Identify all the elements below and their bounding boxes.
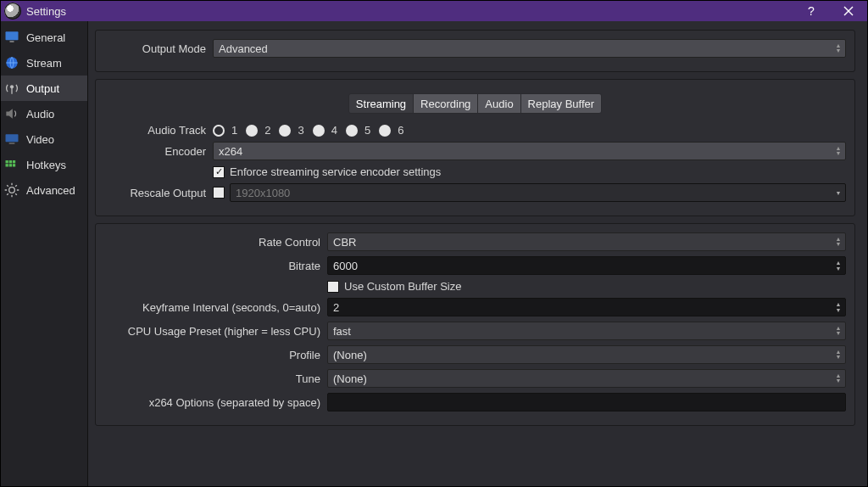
svg-rect-11 bbox=[13, 160, 15, 163]
spinner-icon[interactable]: ▲▼ bbox=[833, 257, 843, 274]
audio-track-radios: 1 2 3 4 5 6 bbox=[213, 124, 403, 137]
sidebar-item-advanced[interactable]: Advanced bbox=[1, 177, 87, 203]
rescale-output-checkbox[interactable] bbox=[213, 187, 225, 199]
dropdown-arrow-icon: ▼ bbox=[833, 184, 843, 201]
output-settings-pane: Output Mode Advanced ▲▼ Streaming Record… bbox=[88, 21, 867, 486]
cpu-preset-value: fast bbox=[333, 325, 351, 338]
profile-value: (None) bbox=[333, 349, 367, 361]
audio-track-label: Audio Track bbox=[104, 124, 213, 137]
select-arrows-icon: ▲▼ bbox=[833, 233, 843, 250]
body: General Stream Output Audio bbox=[1, 21, 867, 486]
svg-rect-10 bbox=[9, 160, 12, 163]
svg-point-5 bbox=[10, 85, 14, 88]
settings-window: Settings ? General Stream bbox=[0, 0, 868, 487]
x264-options-input[interactable] bbox=[327, 393, 846, 411]
broadcast-icon bbox=[3, 79, 21, 98]
select-arrows-icon: ▲▼ bbox=[833, 143, 843, 160]
audio-track-1[interactable]: 1 bbox=[213, 124, 237, 137]
svg-rect-12 bbox=[6, 164, 8, 166]
output-tabs: Streaming Recording Audio Replay Buffer bbox=[104, 93, 846, 114]
rescale-output-value: 1920x1080 ▼ bbox=[230, 183, 846, 202]
close-icon bbox=[843, 6, 854, 16]
encoder-settings-group: Rate Control CBR ▲▼ Bitrate 6000 ▲▼ bbox=[95, 223, 855, 426]
globe-icon bbox=[3, 53, 21, 72]
speaker-icon bbox=[3, 104, 21, 123]
output-mode-select[interactable]: Advanced ▲▼ bbox=[213, 39, 846, 58]
sidebar-item-hotkeys[interactable]: Hotkeys bbox=[1, 152, 87, 177]
sidebar-item-label: Advanced bbox=[26, 184, 75, 197]
svg-rect-2 bbox=[6, 31, 19, 40]
tune-select[interactable]: (None) ▲▼ bbox=[327, 369, 846, 388]
keyboard-icon bbox=[3, 155, 21, 174]
radio-icon bbox=[346, 125, 358, 137]
rescale-output-label: Rescale Output bbox=[104, 187, 213, 199]
checkbox-icon bbox=[327, 281, 339, 293]
tab-audio[interactable]: Audio bbox=[478, 93, 520, 114]
title-bar: Settings ? bbox=[1, 1, 867, 21]
encoder-select[interactable]: x264 ▲▼ bbox=[213, 142, 846, 160]
sidebar-item-label: General bbox=[26, 31, 65, 44]
svg-rect-13 bbox=[9, 164, 12, 166]
audio-track-5[interactable]: 5 bbox=[346, 124, 370, 137]
audio-track-2[interactable]: 2 bbox=[246, 124, 270, 137]
svg-rect-3 bbox=[10, 41, 14, 42]
sidebar-item-general[interactable]: General bbox=[1, 25, 87, 50]
sidebar-item-label: Video bbox=[26, 133, 54, 146]
cpu-preset-select[interactable]: fast ▲▼ bbox=[327, 322, 846, 340]
sidebar-item-label: Audio bbox=[26, 108, 54, 120]
tab-streaming[interactable]: Streaming bbox=[348, 93, 414, 114]
checkbox-icon bbox=[213, 166, 225, 178]
bitrate-label: Bitrate bbox=[104, 260, 327, 272]
tab-recording[interactable]: Recording bbox=[414, 93, 478, 114]
enforce-encoder-settings[interactable]: Enforce streaming service encoder settin… bbox=[213, 165, 441, 178]
output-mode-group: Output Mode Advanced ▲▼ bbox=[95, 30, 855, 72]
output-mode-value: Advanced bbox=[219, 42, 268, 55]
radio-icon bbox=[213, 125, 225, 137]
x264-options-label: x264 Options (separated by space) bbox=[104, 396, 327, 409]
keyframe-interval-label: Keyframe Interval (seconds, 0=auto) bbox=[104, 301, 327, 314]
spinner-icon[interactable]: ▲▼ bbox=[833, 299, 843, 316]
encoder-label: Encoder bbox=[104, 145, 213, 158]
help-button[interactable]: ? bbox=[793, 1, 830, 21]
select-arrows-icon: ▲▼ bbox=[833, 40, 843, 57]
tune-label: Tune bbox=[104, 372, 327, 385]
radio-icon bbox=[246, 125, 258, 137]
custom-buffer-size-checkbox[interactable]: Use Custom Buffer Size bbox=[327, 280, 461, 293]
keyframe-interval-input[interactable]: 2 ▲▼ bbox=[327, 298, 846, 316]
sidebar-item-audio[interactable]: Audio bbox=[1, 101, 87, 126]
svg-rect-8 bbox=[9, 143, 15, 144]
sidebar-item-label: Output bbox=[26, 82, 59, 95]
close-button[interactable] bbox=[830, 1, 867, 21]
settings-sidebar: General Stream Output Audio bbox=[1, 21, 88, 486]
audio-track-4[interactable]: 4 bbox=[313, 124, 337, 137]
profile-label: Profile bbox=[104, 349, 327, 361]
audio-track-6[interactable]: 6 bbox=[379, 124, 403, 137]
sidebar-item-stream[interactable]: Stream bbox=[1, 50, 87, 76]
radio-icon bbox=[313, 125, 325, 137]
window-title: Settings bbox=[26, 5, 66, 18]
select-arrows-icon: ▲▼ bbox=[833, 346, 843, 363]
encoder-value: x264 bbox=[219, 145, 242, 158]
monitor-icon bbox=[3, 28, 21, 47]
tune-value: (None) bbox=[333, 372, 367, 385]
sidebar-item-video[interactable]: Video bbox=[1, 126, 87, 152]
select-arrows-icon: ▲▼ bbox=[833, 322, 843, 339]
bitrate-input[interactable]: 6000 ▲▼ bbox=[327, 256, 846, 275]
rate-control-select[interactable]: CBR ▲▼ bbox=[327, 232, 846, 251]
radio-icon bbox=[379, 125, 391, 137]
svg-rect-7 bbox=[6, 134, 19, 142]
profile-select[interactable]: (None) ▲▼ bbox=[327, 345, 846, 364]
tab-replay-buffer[interactable]: Replay Buffer bbox=[521, 93, 603, 114]
audio-track-3[interactable]: 3 bbox=[279, 124, 303, 137]
cpu-preset-label: CPU Usage Preset (higher = less CPU) bbox=[104, 325, 327, 338]
output-streaming-group: Streaming Recording Audio Replay Buffer … bbox=[95, 79, 855, 216]
select-arrows-icon: ▲▼ bbox=[833, 370, 843, 387]
svg-point-15 bbox=[9, 188, 15, 193]
sidebar-item-output[interactable]: Output bbox=[1, 76, 87, 101]
gear-icon bbox=[3, 181, 21, 199]
app-icon bbox=[4, 3, 21, 20]
display-icon bbox=[3, 130, 21, 148]
sidebar-item-label: Hotkeys bbox=[26, 159, 66, 171]
sidebar-item-label: Stream bbox=[26, 57, 62, 70]
svg-rect-9 bbox=[6, 160, 8, 163]
